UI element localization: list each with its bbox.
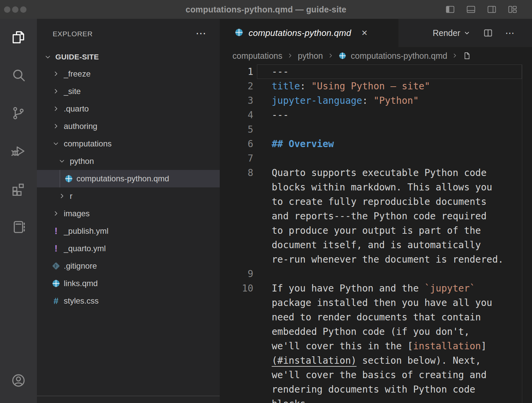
code-token: [ xyxy=(408,341,413,352)
code-token: : xyxy=(362,95,374,106)
tree-root-guide-site[interactable]: GUIDE-SITE xyxy=(37,49,220,65)
code-token: (#installation) xyxy=(272,355,357,366)
code-token: document itself, and is automatically xyxy=(272,239,481,251)
code-token: we'll cover the basics of creating and xyxy=(272,369,487,380)
code-line: embedded Python code (if you don't, xyxy=(272,326,470,337)
tree-item--gitignore[interactable]: .gitignore xyxy=(37,257,220,275)
line-number: 10 xyxy=(220,283,253,294)
chevron-right-icon xyxy=(56,192,68,200)
breadcrumbs: computationspython computations-python.q… xyxy=(220,47,532,64)
tree-item-label: python xyxy=(70,156,94,166)
activitybar-item-run-and-debug[interactable] xyxy=(0,133,37,171)
activitybar-item-account[interactable] xyxy=(11,373,26,390)
toggle-secondary-sidebar-icon[interactable] xyxy=(486,4,498,15)
toggle-panel-icon[interactable] xyxy=(465,4,477,15)
code-token: re-run whenever the document is rendered… xyxy=(272,254,503,265)
chevron-right-icon xyxy=(50,88,62,95)
explorer-sidebar: EXPLORER ⋯ GUIDE-SITE _freeze_site.quart… xyxy=(37,19,220,403)
tree-item-label: r xyxy=(70,191,72,201)
split-editor-icon[interactable] xyxy=(483,28,493,38)
code-token: "Using Python — site" xyxy=(311,81,430,92)
tree-item-label: .quarto xyxy=(64,104,89,114)
git-file-icon xyxy=(50,262,62,270)
tab-label: computations-python.qmd xyxy=(249,28,351,38)
line-number: 4 xyxy=(220,109,253,121)
tree-item--site[interactable]: _site xyxy=(37,83,220,100)
code-row: embedded Python code (if you don't, xyxy=(220,324,532,339)
explorer-more-actions-button[interactable]: ⋯ xyxy=(196,27,207,40)
breadcrumb-item[interactable]: computations-python.qmd xyxy=(351,51,447,61)
tree-item-r[interactable]: r xyxy=(37,187,220,205)
code-token: Quarto supports executable Python code xyxy=(272,167,487,178)
code-token: ] xyxy=(481,341,487,352)
breadcrumb-item[interactable]: python xyxy=(298,51,323,61)
activitybar-item-search[interactable] xyxy=(0,57,37,95)
tree-item-computations[interactable]: computations xyxy=(37,135,220,152)
toggle-primary-sidebar-icon[interactable] xyxy=(444,4,456,15)
customize-layout-icon[interactable] xyxy=(507,4,519,15)
tree-item--freeze[interactable]: _freeze xyxy=(37,65,220,83)
code-line: we'll cover the basics of creating and xyxy=(272,369,487,380)
tree-item--publish-yml[interactable]: !_publish.yml xyxy=(37,222,220,240)
code-row: blocks within markdown. This allows you xyxy=(220,180,532,194)
outline-section-header[interactable]: OUTLINE xyxy=(37,398,220,403)
code-row: 3jupyter-language: "Python" xyxy=(220,93,532,108)
line-number: 5 xyxy=(220,124,253,135)
line-number: 2 xyxy=(220,81,253,92)
tree-item-computations-python-qmd[interactable]: computations-python.qmd xyxy=(37,170,220,187)
breadcrumb-item[interactable]: computations xyxy=(232,51,282,61)
tree-item--quarto-yml[interactable]: !_quarto.yml xyxy=(37,240,220,257)
code-row: we'll cover this in the [installation] xyxy=(220,339,532,353)
chevron-down-icon xyxy=(56,158,68,165)
code-line: --- xyxy=(272,109,289,121)
code-token: package installed then you have all you xyxy=(272,297,492,308)
code-token: : xyxy=(300,81,311,92)
activitybar-item-notebook[interactable] xyxy=(0,209,37,247)
qmd-file-icon xyxy=(338,52,347,60)
editor-more-actions-button[interactable]: ⋯ xyxy=(505,28,515,39)
code-token: and reports---the Python code required xyxy=(272,211,487,222)
qmd-file-icon xyxy=(234,28,244,38)
chevron-right-icon xyxy=(327,52,334,59)
tree-item--quarto[interactable]: .quarto xyxy=(37,100,220,118)
code-line: to produce your output is part of the xyxy=(272,225,481,236)
chevron-right-icon xyxy=(50,70,62,78)
code-line: title: "Using Python — site" xyxy=(272,81,430,92)
tree-item-label: images xyxy=(64,209,90,218)
tree-item-links-qmd[interactable]: links.qmd xyxy=(37,275,220,292)
code-token: --- xyxy=(272,109,289,121)
code-row: 5 xyxy=(220,122,532,137)
activity-bar xyxy=(0,19,37,403)
code-row: re-run whenever the document is rendered… xyxy=(220,252,532,267)
chevron-right-icon xyxy=(50,105,62,113)
editor-ruler xyxy=(522,64,522,403)
tree-item-styles-css[interactable]: #styles.css xyxy=(37,292,220,310)
tab-computations-python[interactable]: computations-python.qmd ✕ xyxy=(220,19,398,47)
activitybar-item-extensions[interactable] xyxy=(0,171,37,209)
code-token: installation xyxy=(413,341,481,352)
extensions-icon xyxy=(11,181,26,198)
tree-root-label: GUIDE-SITE xyxy=(55,53,99,61)
activitybar-item-source-control[interactable] xyxy=(0,95,37,133)
chevron-right-icon xyxy=(287,52,294,59)
code-editor[interactable]: 1---2title: "Using Python — site"3jupyte… xyxy=(220,64,532,403)
yaml-file-icon: ! xyxy=(50,243,62,254)
code-row: 4--- xyxy=(220,108,532,122)
render-button[interactable]: Render xyxy=(433,28,470,38)
source-control-icon xyxy=(11,105,26,122)
code-token: we'll cover this in the xyxy=(272,341,408,352)
css-file-icon: # xyxy=(50,296,62,306)
code-line: blocks. xyxy=(272,398,311,403)
code-token: need to render documents that contain xyxy=(272,312,481,323)
tree-item-authoring[interactable]: authoring xyxy=(37,118,220,135)
tree-item-images[interactable]: images xyxy=(37,205,220,222)
chevron-right-icon xyxy=(451,52,458,59)
tree-item-label: computations-python.qmd xyxy=(76,174,169,183)
close-tab-icon[interactable]: ✕ xyxy=(361,29,368,38)
code-row: need to render documents that contain xyxy=(220,310,532,324)
tree-item-python[interactable]: python xyxy=(37,152,220,170)
activitybar-item-explorer[interactable] xyxy=(0,19,37,57)
indent-guide xyxy=(60,170,60,187)
chevron-right-icon xyxy=(50,210,62,217)
code-token: "Python" xyxy=(373,95,419,106)
